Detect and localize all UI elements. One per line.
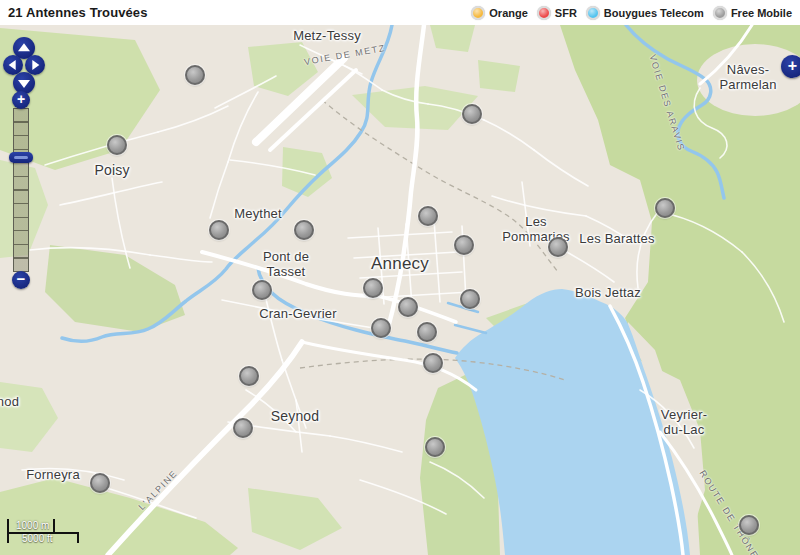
antenna-marker[interactable] — [454, 235, 474, 255]
antenna-marker[interactable] — [252, 280, 272, 300]
zoom-slider-track[interactable] — [13, 108, 29, 272]
antenna-marker[interactable] — [462, 104, 482, 124]
page-title: 21 Antennes Trouvées — [8, 5, 148, 20]
place-label: Forneyra — [26, 468, 80, 483]
pan-control — [3, 37, 45, 95]
antenna-marker[interactable] — [363, 278, 383, 298]
antenna-marker[interactable] — [417, 322, 437, 342]
antenna-marker[interactable] — [209, 220, 229, 240]
antenna-marker[interactable] — [739, 515, 759, 535]
place-label: Nâves- Parmelan — [719, 63, 776, 92]
bouygues-operator-dot — [586, 6, 600, 20]
place-label: nod — [0, 395, 19, 410]
place-label: Bois Jettaz — [575, 286, 641, 301]
antenna-marker[interactable] — [425, 437, 445, 457]
place-label: Cran-Gevrier — [259, 307, 337, 322]
expand-button[interactable]: + — [781, 55, 800, 78]
map-canvas[interactable]: Metz-TessyPoisyMeythetPont de TassetAnne… — [0, 25, 800, 555]
antenna-marker[interactable] — [90, 473, 110, 493]
legend-item-free-mobile: Free Mobile — [713, 6, 792, 20]
antenna-marker[interactable] — [185, 65, 205, 85]
place-label: Meythet — [234, 207, 282, 222]
legend-item-orange: Orange — [471, 6, 528, 20]
antenna-marker[interactable] — [418, 206, 438, 226]
sfr-operator-dot — [537, 6, 551, 20]
scale-tick — [7, 519, 9, 543]
app: 21 Antennes Trouvées OrangeSFRBouygues T… — [0, 0, 800, 555]
legend: OrangeSFRBouygues TelecomFree Mobile — [471, 6, 792, 20]
place-label: Pont de Tasset — [263, 250, 309, 279]
antenna-marker[interactable] — [460, 289, 480, 309]
place-label: Metz-Tessy — [293, 29, 361, 44]
antenna-marker[interactable] — [655, 198, 675, 218]
antenna-marker[interactable] — [398, 297, 418, 317]
antenna-marker[interactable] — [294, 220, 314, 240]
scale-metric-label: 1000 m — [16, 520, 49, 531]
place-label: Annecy — [371, 254, 429, 273]
place-label: Poisy — [94, 163, 129, 179]
scale-tick — [77, 532, 79, 543]
antenna-marker[interactable] — [371, 318, 391, 338]
zoom-out-button[interactable]: − — [12, 271, 30, 289]
antenna-marker[interactable] — [548, 237, 568, 257]
legend-item-sfr: SFR — [537, 6, 577, 20]
antenna-marker[interactable] — [107, 135, 127, 155]
scale-imperial-label: 5000 ft — [22, 533, 53, 544]
legend-item-label: Orange — [489, 7, 528, 19]
place-label: Veyrier- du-Lac — [661, 408, 707, 437]
scale-tick — [53, 519, 55, 533]
place-label: Seynod — [271, 409, 320, 425]
free-operator-dot — [713, 6, 727, 20]
scale-bar: 1000 m 5000 ft — [7, 519, 87, 545]
zoom-in-button[interactable]: + — [12, 91, 30, 109]
place-label: Les Barattes — [579, 232, 654, 247]
orange-operator-dot — [471, 6, 485, 20]
legend-item-label: Bouygues Telecom — [604, 7, 704, 19]
antenna-marker[interactable] — [233, 418, 253, 438]
zoom-slider-handle[interactable] — [9, 152, 33, 163]
antenna-marker[interactable] — [423, 353, 443, 373]
legend-item-label: SFR — [555, 7, 577, 19]
map-base-svg — [0, 25, 800, 555]
legend-item-bouygues-telecom: Bouygues Telecom — [586, 6, 704, 20]
header: 21 Antennes Trouvées OrangeSFRBouygues T… — [0, 0, 800, 25]
legend-item-label: Free Mobile — [731, 7, 792, 19]
antenna-marker[interactable] — [239, 366, 259, 386]
